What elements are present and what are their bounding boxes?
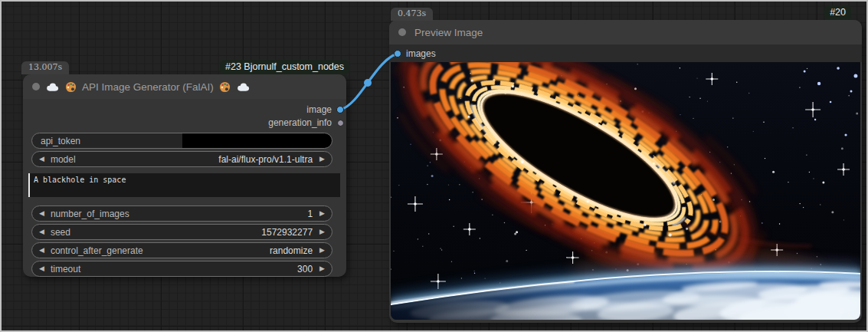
cloud-icon: [236, 82, 251, 92]
api-token-masked-value: [182, 133, 332, 148]
widget-seed[interactable]: ◀ seed 1572932277 ▶: [31, 224, 332, 240]
palette-icon: [65, 81, 77, 93]
widget-timeout[interactable]: ◀ timeout 300 ▶: [31, 261, 332, 277]
node-title-bar[interactable]: API Image Generator (FalAI): [23, 74, 346, 99]
widget-control-after-generate[interactable]: ◀ control_after_generate randomize ▶: [31, 242, 332, 258]
input-label: images: [406, 48, 436, 59]
input-dot-images[interactable]: [395, 50, 401, 57]
widget-number-of-images[interactable]: ◀ number_of_images 1 ▶: [31, 205, 332, 222]
preview-image: [391, 62, 860, 320]
decrement-arrow-icon[interactable]: ◀: [39, 156, 44, 163]
output-port-image[interactable]: image: [23, 104, 346, 116]
collapse-dot[interactable]: [398, 28, 406, 36]
widget-model[interactable]: ◀ model fal-ai/flux-pro/v1.1-ultra ▶: [31, 151, 332, 167]
node-title-bar[interactable]: Preview Image: [389, 20, 862, 44]
output-dot-generation-info[interactable]: [337, 120, 344, 127]
prompt-text: A blackhole in space: [34, 176, 126, 184]
increment-arrow-icon[interactable]: ▶: [319, 210, 325, 217]
decrement-arrow-icon[interactable]: ◀: [39, 265, 44, 272]
cloud-icon: [45, 82, 60, 92]
node-id-badge: #23 Bjornulf_custom_nodes: [220, 60, 349, 74]
output-label: image: [306, 104, 332, 115]
output-label: generation_info: [268, 117, 332, 128]
link-midpoint-dot: [364, 79, 372, 87]
collapse-dot[interactable]: [32, 83, 40, 90]
increment-arrow-icon[interactable]: ▶: [319, 156, 325, 163]
output-dot-image[interactable]: [337, 107, 344, 113]
blackhole-image: [391, 62, 860, 320]
execution-time-badge: 0.473s: [391, 8, 433, 21]
decrement-arrow-icon[interactable]: ◀: [39, 247, 44, 254]
node-preview-image[interactable]: 0.473s #20 Preview Image images: [389, 20, 862, 323]
prompt-textarea[interactable]: A blackhole in space: [28, 173, 340, 197]
input-port-images[interactable]: images: [389, 44, 862, 62]
output-port-generation-info[interactable]: generation_info: [23, 117, 346, 129]
execution-time-badge: 13.007s: [21, 61, 69, 74]
increment-arrow-icon[interactable]: ▶: [319, 247, 325, 254]
decrement-arrow-icon[interactable]: ◀: [39, 210, 44, 217]
node-title: Preview Image: [414, 27, 483, 38]
increment-arrow-icon[interactable]: ▶: [319, 228, 325, 235]
palette-icon: [219, 81, 231, 93]
node-api-image-generator[interactable]: 13.007s #23 Bjornulf_custom_nodes API Im…: [23, 74, 346, 277]
node-id-badge: #20: [824, 5, 851, 20]
node-editor-canvas[interactable]: 13.007s #23 Bjornulf_custom_nodes API Im…: [0, 0, 868, 332]
widget-api-token[interactable]: api_token: [31, 133, 332, 149]
node-title: API Image Generator (FalAI): [82, 81, 214, 93]
increment-arrow-icon[interactable]: ▶: [319, 265, 325, 272]
decrement-arrow-icon[interactable]: ◀: [39, 228, 44, 235]
